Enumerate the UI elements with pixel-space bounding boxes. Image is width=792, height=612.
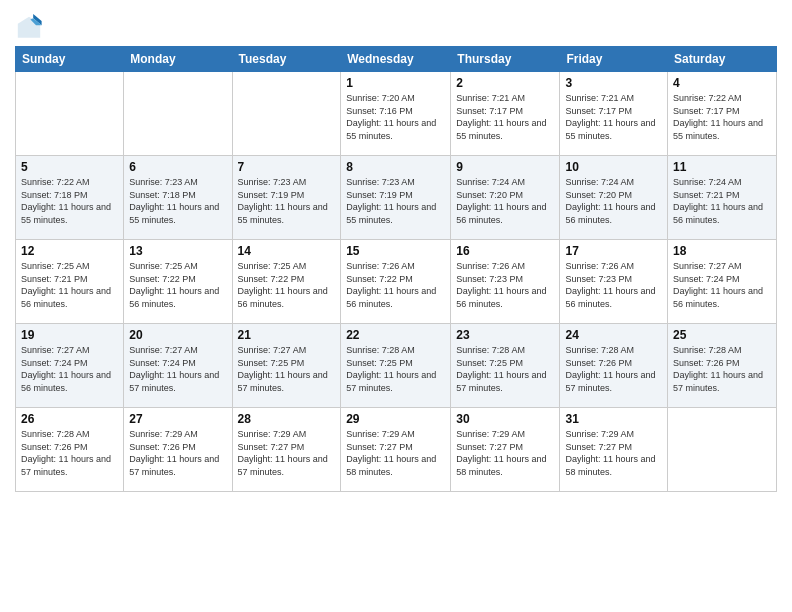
logo [15,14,45,42]
day-info: Sunrise: 7:29 AM Sunset: 7:27 PM Dayligh… [565,428,662,478]
calendar-table: SundayMondayTuesdayWednesdayThursdayFrid… [15,46,777,492]
day-info: Sunrise: 7:28 AM Sunset: 7:26 PM Dayligh… [673,344,771,394]
day-info: Sunrise: 7:23 AM Sunset: 7:18 PM Dayligh… [129,176,226,226]
calendar-cell: 8Sunrise: 7:23 AM Sunset: 7:19 PM Daylig… [341,156,451,240]
day-info: Sunrise: 7:26 AM Sunset: 7:23 PM Dayligh… [565,260,662,310]
week-row-3: 12Sunrise: 7:25 AM Sunset: 7:21 PM Dayli… [16,240,777,324]
calendar-cell: 16Sunrise: 7:26 AM Sunset: 7:23 PM Dayli… [451,240,560,324]
day-number: 21 [238,328,336,342]
day-info: Sunrise: 7:27 AM Sunset: 7:24 PM Dayligh… [673,260,771,310]
day-info: Sunrise: 7:26 AM Sunset: 7:22 PM Dayligh… [346,260,445,310]
week-row-4: 19Sunrise: 7:27 AM Sunset: 7:24 PM Dayli… [16,324,777,408]
day-number: 26 [21,412,118,426]
day-number: 27 [129,412,226,426]
calendar-cell: 13Sunrise: 7:25 AM Sunset: 7:22 PM Dayli… [124,240,232,324]
calendar-cell: 5Sunrise: 7:22 AM Sunset: 7:18 PM Daylig… [16,156,124,240]
col-header-wednesday: Wednesday [341,47,451,72]
day-number: 12 [21,244,118,258]
calendar-cell: 1Sunrise: 7:20 AM Sunset: 7:16 PM Daylig… [341,72,451,156]
week-row-5: 26Sunrise: 7:28 AM Sunset: 7:26 PM Dayli… [16,408,777,492]
day-number: 25 [673,328,771,342]
day-info: Sunrise: 7:27 AM Sunset: 7:25 PM Dayligh… [238,344,336,394]
day-number: 7 [238,160,336,174]
calendar-cell: 6Sunrise: 7:23 AM Sunset: 7:18 PM Daylig… [124,156,232,240]
day-number: 28 [238,412,336,426]
day-info: Sunrise: 7:27 AM Sunset: 7:24 PM Dayligh… [129,344,226,394]
day-number: 23 [456,328,554,342]
header [15,10,777,42]
day-info: Sunrise: 7:29 AM Sunset: 7:27 PM Dayligh… [346,428,445,478]
calendar-cell [232,72,341,156]
calendar-cell [16,72,124,156]
day-info: Sunrise: 7:29 AM Sunset: 7:27 PM Dayligh… [456,428,554,478]
week-row-2: 5Sunrise: 7:22 AM Sunset: 7:18 PM Daylig… [16,156,777,240]
day-info: Sunrise: 7:25 AM Sunset: 7:22 PM Dayligh… [129,260,226,310]
day-number: 15 [346,244,445,258]
col-header-saturday: Saturday [668,47,777,72]
calendar-cell: 15Sunrise: 7:26 AM Sunset: 7:22 PM Dayli… [341,240,451,324]
calendar-cell: 7Sunrise: 7:23 AM Sunset: 7:19 PM Daylig… [232,156,341,240]
day-info: Sunrise: 7:26 AM Sunset: 7:23 PM Dayligh… [456,260,554,310]
col-header-friday: Friday [560,47,668,72]
day-number: 14 [238,244,336,258]
calendar-cell: 27Sunrise: 7:29 AM Sunset: 7:26 PM Dayli… [124,408,232,492]
day-number: 3 [565,76,662,90]
calendar-cell: 10Sunrise: 7:24 AM Sunset: 7:20 PM Dayli… [560,156,668,240]
day-number: 9 [456,160,554,174]
header-row: SundayMondayTuesdayWednesdayThursdayFrid… [16,47,777,72]
day-info: Sunrise: 7:29 AM Sunset: 7:26 PM Dayligh… [129,428,226,478]
day-info: Sunrise: 7:20 AM Sunset: 7:16 PM Dayligh… [346,92,445,142]
day-number: 2 [456,76,554,90]
day-number: 17 [565,244,662,258]
day-number: 29 [346,412,445,426]
col-header-sunday: Sunday [16,47,124,72]
calendar-cell: 20Sunrise: 7:27 AM Sunset: 7:24 PM Dayli… [124,324,232,408]
calendar-cell: 4Sunrise: 7:22 AM Sunset: 7:17 PM Daylig… [668,72,777,156]
day-number: 1 [346,76,445,90]
day-info: Sunrise: 7:23 AM Sunset: 7:19 PM Dayligh… [238,176,336,226]
calendar-cell: 24Sunrise: 7:28 AM Sunset: 7:26 PM Dayli… [560,324,668,408]
day-info: Sunrise: 7:24 AM Sunset: 7:20 PM Dayligh… [456,176,554,226]
day-number: 16 [456,244,554,258]
day-number: 20 [129,328,226,342]
logo-icon [15,14,43,42]
calendar-cell: 14Sunrise: 7:25 AM Sunset: 7:22 PM Dayli… [232,240,341,324]
day-number: 30 [456,412,554,426]
day-number: 10 [565,160,662,174]
day-number: 5 [21,160,118,174]
day-info: Sunrise: 7:21 AM Sunset: 7:17 PM Dayligh… [565,92,662,142]
calendar-cell: 17Sunrise: 7:26 AM Sunset: 7:23 PM Dayli… [560,240,668,324]
calendar-cell: 22Sunrise: 7:28 AM Sunset: 7:25 PM Dayli… [341,324,451,408]
calendar-cell: 21Sunrise: 7:27 AM Sunset: 7:25 PM Dayli… [232,324,341,408]
day-info: Sunrise: 7:24 AM Sunset: 7:21 PM Dayligh… [673,176,771,226]
col-header-thursday: Thursday [451,47,560,72]
calendar-cell: 9Sunrise: 7:24 AM Sunset: 7:20 PM Daylig… [451,156,560,240]
calendar-cell: 31Sunrise: 7:29 AM Sunset: 7:27 PM Dayli… [560,408,668,492]
calendar-cell: 2Sunrise: 7:21 AM Sunset: 7:17 PM Daylig… [451,72,560,156]
calendar-cell: 18Sunrise: 7:27 AM Sunset: 7:24 PM Dayli… [668,240,777,324]
calendar-cell: 25Sunrise: 7:28 AM Sunset: 7:26 PM Dayli… [668,324,777,408]
calendar-cell: 23Sunrise: 7:28 AM Sunset: 7:25 PM Dayli… [451,324,560,408]
day-info: Sunrise: 7:22 AM Sunset: 7:17 PM Dayligh… [673,92,771,142]
day-info: Sunrise: 7:27 AM Sunset: 7:24 PM Dayligh… [21,344,118,394]
day-info: Sunrise: 7:28 AM Sunset: 7:26 PM Dayligh… [565,344,662,394]
day-info: Sunrise: 7:24 AM Sunset: 7:20 PM Dayligh… [565,176,662,226]
day-number: 31 [565,412,662,426]
day-info: Sunrise: 7:28 AM Sunset: 7:26 PM Dayligh… [21,428,118,478]
calendar-cell: 26Sunrise: 7:28 AM Sunset: 7:26 PM Dayli… [16,408,124,492]
calendar-cell: 29Sunrise: 7:29 AM Sunset: 7:27 PM Dayli… [341,408,451,492]
calendar-cell [124,72,232,156]
day-info: Sunrise: 7:28 AM Sunset: 7:25 PM Dayligh… [346,344,445,394]
day-info: Sunrise: 7:22 AM Sunset: 7:18 PM Dayligh… [21,176,118,226]
day-info: Sunrise: 7:25 AM Sunset: 7:21 PM Dayligh… [21,260,118,310]
week-row-1: 1Sunrise: 7:20 AM Sunset: 7:16 PM Daylig… [16,72,777,156]
day-info: Sunrise: 7:28 AM Sunset: 7:25 PM Dayligh… [456,344,554,394]
calendar-cell: 12Sunrise: 7:25 AM Sunset: 7:21 PM Dayli… [16,240,124,324]
calendar-cell: 28Sunrise: 7:29 AM Sunset: 7:27 PM Dayli… [232,408,341,492]
col-header-tuesday: Tuesday [232,47,341,72]
col-header-monday: Monday [124,47,232,72]
day-number: 6 [129,160,226,174]
day-info: Sunrise: 7:29 AM Sunset: 7:27 PM Dayligh… [238,428,336,478]
calendar-cell: 3Sunrise: 7:21 AM Sunset: 7:17 PM Daylig… [560,72,668,156]
day-number: 4 [673,76,771,90]
